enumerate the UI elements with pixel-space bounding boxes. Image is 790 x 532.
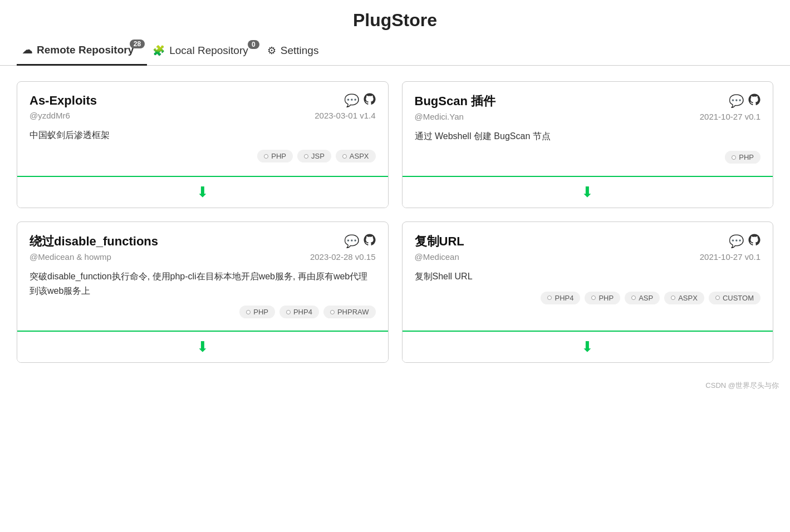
tag-label: PHP4 bbox=[293, 308, 312, 316]
card-tags: PHP PHP4 PHPRAW bbox=[30, 306, 376, 318]
card-author: @yzddMr6 bbox=[30, 111, 70, 120]
card-icons: 💬 bbox=[729, 93, 760, 109]
tag-dot bbox=[286, 310, 291, 314]
tab-local-repository[interactable]: 🧩 Local Repository bbox=[147, 37, 262, 65]
tabs-bar: ☁ Remote Repository 28 🧩 Local Repositor… bbox=[0, 36, 790, 66]
remote-badge: 28 bbox=[130, 40, 145, 48]
plugin-card-2: BugScan 插件 💬 @Medici.Yan 2021-10-27 v0.1… bbox=[402, 81, 774, 209]
tag-dot bbox=[330, 310, 335, 314]
card-meta-row: @Medici.Yan 2021-10-27 v0.1 bbox=[415, 112, 761, 121]
tag-label: ASPX bbox=[678, 294, 698, 302]
watermark: CSDN @世界尽头与你 bbox=[0, 378, 790, 395]
tag-dot bbox=[631, 295, 636, 300]
card-icons: 💬 bbox=[344, 234, 376, 249]
tab-settings[interactable]: ⚙ Settings bbox=[262, 37, 332, 65]
local-badge: 0 bbox=[248, 40, 259, 49]
card-title: BugScan 插件 bbox=[415, 93, 495, 110]
card-icons: 💬 bbox=[729, 234, 760, 249]
tag-label: PHP bbox=[739, 153, 754, 161]
tag-dot bbox=[246, 310, 251, 314]
card-author: @Medici.Yan bbox=[415, 112, 464, 121]
plugin-card-4: 复制URL 💬 @Medicean 2021-10-27 v0.1 复制Shel… bbox=[402, 221, 774, 363]
card-header-row: 绕过disable_functions 💬 bbox=[30, 233, 376, 250]
tag-dot bbox=[732, 155, 736, 160]
card-download-button[interactable]: ⬇ bbox=[17, 331, 388, 362]
tag: PHP4 bbox=[541, 292, 580, 304]
tab-settings-label: Settings bbox=[281, 45, 319, 57]
card-description: 通过 Webshell 创建 BugScan 节点 bbox=[415, 129, 761, 144]
plugin-card-3: 绕过disable_functions 💬 @Medicean & howmp … bbox=[17, 221, 389, 363]
tag-label: CUSTOM bbox=[723, 294, 754, 302]
download-icon: ⬇ bbox=[581, 184, 593, 201]
tab-wrapper-local: 🧩 Local Repository 0 bbox=[147, 37, 262, 65]
github-icon[interactable] bbox=[748, 234, 760, 249]
gear-icon: ⚙ bbox=[267, 45, 276, 57]
tag-dot bbox=[671, 295, 675, 300]
tag: PHP bbox=[257, 150, 293, 162]
comment-icon[interactable]: 💬 bbox=[729, 94, 744, 109]
tab-remote-repository[interactable]: ☁ Remote Repository bbox=[17, 36, 147, 66]
tag: PHP4 bbox=[279, 306, 319, 318]
tag-label: PHP bbox=[253, 308, 268, 316]
tag-dot bbox=[342, 154, 347, 159]
tag-label: PHP4 bbox=[555, 294, 573, 302]
plugin-cards-grid: As-Exploits 💬 @yzddMr6 2023-03-01 v1.4 中… bbox=[0, 66, 790, 379]
download-icon: ⬇ bbox=[197, 184, 209, 201]
tag-label: JSP bbox=[311, 152, 325, 160]
tag: JSP bbox=[297, 150, 331, 162]
tab-remote-label: Remote Repository bbox=[37, 44, 134, 56]
card-author: @Medicean bbox=[415, 252, 459, 262]
card-header-row: 复制URL 💬 bbox=[415, 233, 761, 250]
tag-dot bbox=[591, 295, 596, 300]
card-description: 突破disable_function执行命令, 使用php-cli在目标本地开启… bbox=[30, 269, 376, 298]
card-tags: PHP bbox=[415, 151, 761, 164]
card-tags: PHP4 PHP ASP ASPX CUSTOM bbox=[415, 292, 761, 304]
card-date-version: 2023-02-28 v0.15 bbox=[310, 252, 376, 262]
puzzle-icon: 🧩 bbox=[153, 45, 165, 57]
card-title: 复制URL bbox=[415, 233, 464, 250]
cloud-icon: ☁ bbox=[22, 44, 32, 56]
card-body: 复制URL 💬 @Medicean 2021-10-27 v0.1 复制Shel… bbox=[403, 222, 773, 331]
card-body: As-Exploits 💬 @yzddMr6 2023-03-01 v1.4 中… bbox=[17, 82, 388, 176]
tag: PHPRAW bbox=[323, 306, 376, 318]
card-body: 绕过disable_functions 💬 @Medicean & howmp … bbox=[17, 222, 388, 331]
comment-icon[interactable]: 💬 bbox=[344, 234, 359, 249]
card-download-button[interactable]: ⬇ bbox=[17, 176, 388, 208]
card-description: 中国蚁剑后渗透框架 bbox=[30, 128, 376, 142]
tag-label: PHP bbox=[598, 294, 614, 302]
tag: ASP bbox=[625, 292, 660, 304]
tab-local-label: Local Repository bbox=[169, 45, 248, 57]
card-date-version: 2021-10-27 v0.1 bbox=[700, 252, 760, 262]
card-meta-row: @Medicean & howmp 2023-02-28 v0.15 bbox=[30, 252, 376, 262]
download-icon: ⬇ bbox=[197, 338, 209, 356]
tag: PHP bbox=[239, 306, 275, 318]
comment-icon[interactable]: 💬 bbox=[344, 93, 359, 108]
plugin-card-1: As-Exploits 💬 @yzddMr6 2023-03-01 v1.4 中… bbox=[17, 81, 389, 209]
tag-label: PHPRAW bbox=[337, 308, 369, 316]
tab-wrapper-remote: ☁ Remote Repository 28 bbox=[17, 36, 147, 65]
tag: PHP bbox=[725, 151, 760, 164]
card-title: As-Exploits bbox=[30, 93, 97, 108]
card-download-button[interactable]: ⬇ bbox=[403, 176, 773, 208]
card-body: BugScan 插件 💬 @Medici.Yan 2021-10-27 v0.1… bbox=[403, 82, 773, 176]
github-icon[interactable] bbox=[364, 234, 376, 249]
tag: PHP bbox=[585, 292, 620, 304]
github-icon[interactable] bbox=[364, 93, 376, 109]
tag-label: ASPX bbox=[350, 152, 369, 160]
tag: CUSTOM bbox=[709, 292, 760, 304]
download-icon: ⬇ bbox=[581, 338, 593, 356]
card-icons: 💬 bbox=[344, 93, 376, 109]
card-meta-row: @Medicean 2021-10-27 v0.1 bbox=[415, 252, 761, 262]
page-title: PlugStore bbox=[0, 0, 790, 36]
tag-dot bbox=[304, 154, 308, 159]
card-tags: PHP JSP ASPX bbox=[30, 150, 376, 162]
card-date-version: 2021-10-27 v0.1 bbox=[700, 112, 760, 121]
card-date-version: 2023-03-01 v1.4 bbox=[315, 111, 375, 120]
tag: ASPX bbox=[336, 150, 376, 162]
github-icon[interactable] bbox=[748, 93, 760, 109]
card-download-button[interactable]: ⬇ bbox=[403, 331, 773, 362]
tag: ASPX bbox=[664, 292, 704, 304]
tab-wrapper-settings: ⚙ Settings bbox=[262, 37, 332, 65]
comment-icon[interactable]: 💬 bbox=[729, 234, 744, 249]
card-title: 绕过disable_functions bbox=[30, 233, 158, 250]
